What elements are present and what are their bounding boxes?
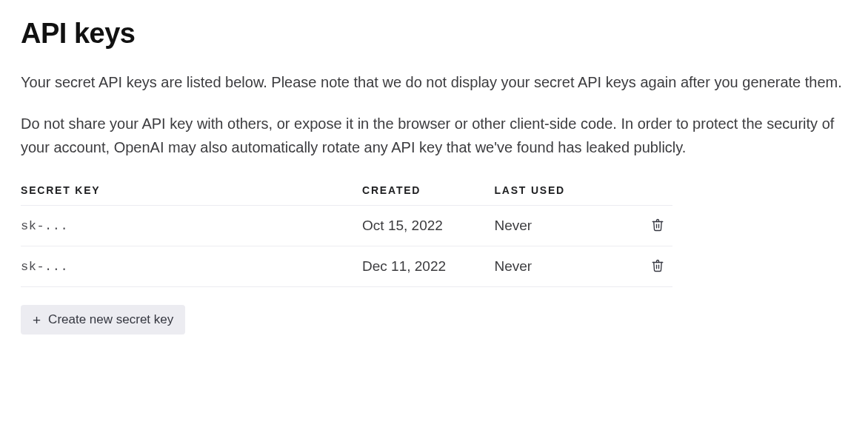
column-header-actions [635,177,672,206]
page-title: API keys [21,18,847,50]
table-row: sk-... Oct 15, 2022 Never [21,206,672,246]
last-used-cell: Never [494,206,635,246]
secret-key-cell: sk-... [21,206,362,246]
secret-key-cell: sk-... [21,246,362,287]
last-used-cell: Never [494,246,635,287]
trash-icon [651,259,664,272]
api-keys-table: SECRET KEY CREATED LAST USED sk-... Oct … [21,177,672,287]
created-cell: Dec 11, 2022 [362,246,494,287]
intro-paragraph-2: Do not share your API key with others, o… [21,112,843,159]
trash-icon [651,218,664,232]
column-header-secret-key: SECRET KEY [21,177,362,206]
create-button-label: Create new secret key [48,312,173,327]
delete-key-button[interactable] [649,257,667,275]
created-cell: Oct 15, 2022 [362,206,494,246]
table-row: sk-... Dec 11, 2022 Never [21,246,672,287]
create-new-secret-key-button[interactable]: + Create new secret key [21,305,185,335]
column-header-last-used: LAST USED [494,177,635,206]
intro-paragraph-1: Your secret API keys are listed below. P… [21,70,843,94]
column-header-created: CREATED [362,177,494,206]
plus-icon: + [33,313,41,327]
delete-key-button[interactable] [649,216,667,234]
